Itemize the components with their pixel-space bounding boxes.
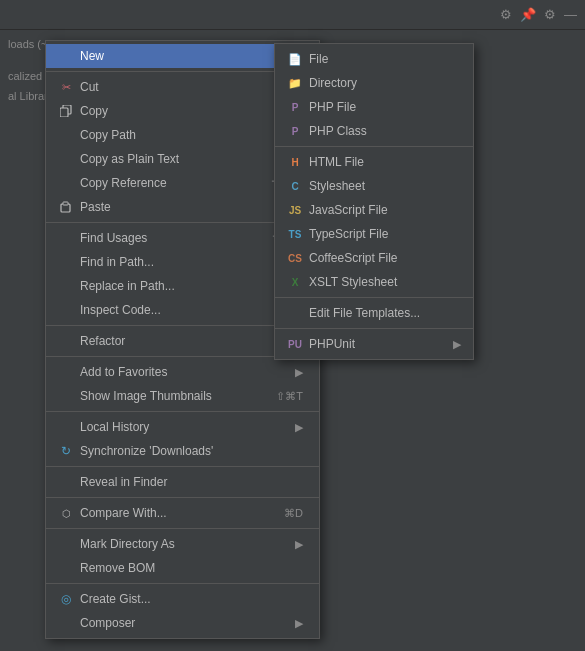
submenu-label-php-class: PHP Class [309, 124, 367, 138]
menu-label-reveal-finder: Reveal in Finder [80, 475, 167, 489]
php-class-icon: P [287, 123, 303, 139]
submenu-item-directory[interactable]: 📁 Directory [275, 71, 473, 95]
xslt-icon: X [287, 274, 303, 290]
submenu-item-phpunit[interactable]: PU PHPUnit ▶ [275, 332, 473, 356]
menu-item-remove-bom[interactable]: Remove BOM [46, 556, 319, 580]
menu-label-refactor: Refactor [80, 334, 125, 348]
menu-item-composer[interactable]: Composer ▶ [46, 611, 319, 635]
phpunit-icon: PU [287, 336, 303, 352]
submenu-item-coffee-file[interactable]: CS CoffeeScript File [275, 246, 473, 270]
menu-label-cut: Cut [80, 80, 99, 94]
menu-label-paste: Paste [80, 200, 111, 214]
toolbar: ⚙ 📌 ⚙ — [0, 0, 585, 30]
submenu-item-php-class[interactable]: P PHP Class [275, 119, 473, 143]
menu-label-inspect-code: Inspect Code... [80, 303, 161, 317]
submenu-label-stylesheet: Stylesheet [309, 179, 365, 193]
paste-icon [58, 199, 74, 215]
mark-dir-arrow-icon: ▶ [295, 538, 303, 551]
menu-item-show-thumbnails[interactable]: Show Image Thumbnails ⇧⌘T [46, 384, 319, 408]
composer-arrow-icon: ▶ [295, 617, 303, 630]
menu-label-show-thumbnails: Show Image Thumbnails [80, 389, 212, 403]
refactor-icon [58, 333, 74, 349]
submenu-item-html-file[interactable]: H HTML File [275, 150, 473, 174]
submenu-sep-2 [275, 297, 473, 298]
menu-label-mark-directory: Mark Directory As [80, 537, 175, 551]
submenu-label-directory: Directory [309, 76, 357, 90]
separator-5 [46, 411, 319, 412]
compare-shortcut: ⌘D [268, 507, 303, 520]
copy-icon [58, 103, 74, 119]
submenu-sep-3 [275, 328, 473, 329]
menu-item-add-favorites[interactable]: Add to Favorites ▶ [46, 360, 319, 384]
submenu-item-php-file[interactable]: P PHP File [275, 95, 473, 119]
pin-icon[interactable]: 📌 [520, 7, 536, 22]
compare-icon: ⬡ [58, 505, 74, 521]
submenu-new: 📄 File 📁 Directory P PHP File P PHP Clas… [274, 43, 474, 360]
favorites-arrow-icon: ▶ [295, 366, 303, 379]
separator-9 [46, 583, 319, 584]
separator-7 [46, 497, 319, 498]
menu-label-copy-ref: Copy Reference [80, 176, 167, 190]
submenu-label-coffee-file: CoffeeScript File [309, 251, 397, 265]
settings-icon[interactable]: ⚙ [500, 7, 512, 22]
menu-label-create-gist: Create Gist... [80, 592, 151, 606]
menu-item-reveal-finder[interactable]: Reveal in Finder [46, 470, 319, 494]
submenu-label-edit-templates: Edit File Templates... [309, 306, 420, 320]
gear-icon[interactable]: ⚙ [544, 7, 556, 22]
composer-icon [58, 615, 74, 631]
thumbnails-icon [58, 388, 74, 404]
copy-plain-icon [58, 151, 74, 167]
menu-label-remove-bom: Remove BOM [80, 561, 155, 575]
localized-label: calized [0, 68, 50, 84]
menu-item-create-gist[interactable]: ◎ Create Gist... [46, 587, 319, 611]
copy-ref-icon [58, 175, 74, 191]
copy-path-icon [58, 127, 74, 143]
php-file-icon: P [287, 99, 303, 115]
find-usages-icon [58, 230, 74, 246]
menu-item-synchronize[interactable]: ↻ Synchronize 'Downloads' [46, 439, 319, 463]
cut-icon: ✂ [58, 79, 74, 95]
submenu-label-file: File [309, 52, 328, 66]
reveal-icon [58, 474, 74, 490]
submenu-item-js-file[interactable]: JS JavaScript File [275, 198, 473, 222]
submenu-item-edit-templates[interactable]: Edit File Templates... [275, 301, 473, 325]
gist-icon: ◎ [58, 591, 74, 607]
menu-item-local-history[interactable]: Local History ▶ [46, 415, 319, 439]
file-icon: 📄 [287, 51, 303, 67]
js-icon: JS [287, 202, 303, 218]
menu-label-find-usages: Find Usages [80, 231, 147, 245]
menu-label-compare-with: Compare With... [80, 506, 167, 520]
replace-path-icon [58, 278, 74, 294]
menu-label-find-in-path: Find in Path... [80, 255, 154, 269]
edit-templates-icon [287, 305, 303, 321]
inspect-icon [58, 302, 74, 318]
remove-bom-icon [58, 560, 74, 576]
submenu-item-ts-file[interactable]: TS TypeScript File [275, 222, 473, 246]
history-arrow-icon: ▶ [295, 421, 303, 434]
sync-icon: ↻ [58, 443, 74, 459]
svg-rect-1 [60, 108, 68, 117]
menu-label-copy-plain: Copy as Plain Text [80, 152, 179, 166]
menu-label-replace-in-path: Replace in Path... [80, 279, 175, 293]
submenu-item-xslt-file[interactable]: X XSLT Stylesheet [275, 270, 473, 294]
submenu-sep-1 [275, 146, 473, 147]
submenu-item-file[interactable]: 📄 File [275, 47, 473, 71]
minimize-icon[interactable]: — [564, 7, 577, 22]
submenu-label-xslt-file: XSLT Stylesheet [309, 275, 397, 289]
html-icon: H [287, 154, 303, 170]
submenu-label-ts-file: TypeScript File [309, 227, 388, 241]
new-icon [58, 48, 74, 64]
submenu-label-js-file: JavaScript File [309, 203, 388, 217]
ts-icon: TS [287, 226, 303, 242]
menu-item-mark-directory[interactable]: Mark Directory As ▶ [46, 532, 319, 556]
menu-item-compare-with[interactable]: ⬡ Compare With... ⌘D [46, 501, 319, 525]
history-icon [58, 419, 74, 435]
find-path-icon [58, 254, 74, 270]
submenu-item-stylesheet[interactable]: C Stylesheet [275, 174, 473, 198]
submenu-label-html-file: HTML File [309, 155, 364, 169]
mark-dir-icon [58, 536, 74, 552]
submenu-label-phpunit: PHPUnit [309, 337, 355, 351]
menu-label-synchronize: Synchronize 'Downloads' [80, 444, 213, 458]
separator-8 [46, 528, 319, 529]
menu-label-local-history: Local History [80, 420, 149, 434]
